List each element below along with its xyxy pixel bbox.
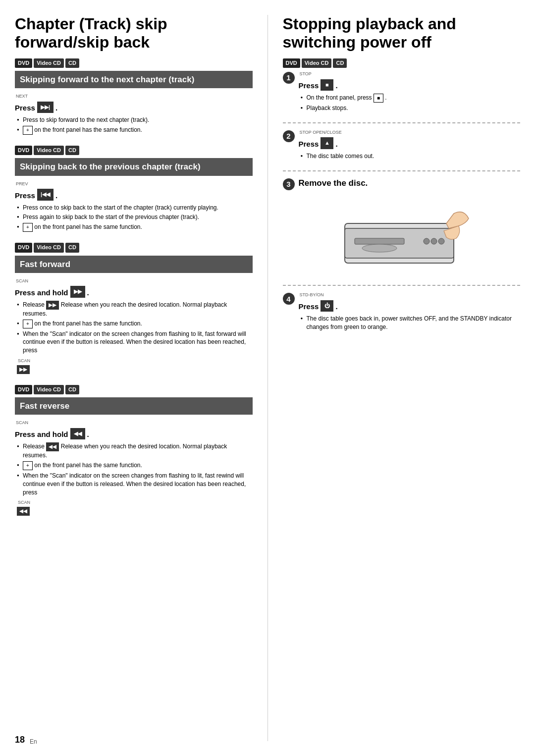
right-title: Stopping playback and switching power of… (283, 15, 521, 52)
front-panel-icon-3: + (23, 320, 33, 328)
svg-point-5 (438, 238, 444, 244)
bullet-fr-1: Release ◀◀ Release when you reach the de… (17, 442, 253, 460)
step-1-row: 1 STOP Press ■ . On the front panel, pre… (283, 71, 521, 115)
page-lang: En (30, 738, 37, 746)
scan-btn-fr-bottom: ◀◀ (17, 507, 30, 516)
divider-3 (283, 285, 521, 286)
scan-icon-ff: ▶▶ (46, 301, 59, 310)
badge-cd-3: CD (65, 243, 79, 252)
press-next-label: Press ▶▶| . (15, 102, 253, 113)
step-4-bullets: The disc table goes back in, power switc… (299, 315, 521, 331)
badge-cd-4: CD (65, 385, 79, 394)
stop-button-icon: ■ (321, 79, 333, 91)
step-2-bullets: The disc table comes out. (299, 152, 521, 161)
section-fast-forward: DVD Video CD CD Fast forward SCAN Press … (15, 243, 253, 374)
bullet-skip-back-1: Press once to skip back to the start of … (17, 204, 253, 212)
skip-forward-bullets: Press to skip forward to the next chapte… (15, 116, 253, 135)
scan-fr-label: SCAN (16, 420, 253, 426)
right-column: Stopping playback and switching power of… (268, 15, 521, 741)
fr-button-icon: ◀◀ (70, 428, 85, 439)
badge-videocd-2: Video CD (34, 146, 64, 155)
svg-rect-2 (355, 238, 404, 244)
bullet-fr-3: When the "Scan" indicator on the screen … (17, 472, 253, 496)
skip-back-bullets: Press once to skip back to the start of … (15, 204, 253, 232)
badge-dvd-4: DVD (15, 385, 32, 394)
left-title: Chapter (Track) skip forward/skip back (15, 15, 253, 52)
badge-cd-2: CD (65, 146, 79, 155)
step-1-content: STOP Press ■ . On the front panel, press… (299, 71, 521, 115)
press-hold-ff-label: Press and hold ▶▶ . (15, 286, 253, 297)
step2-bullet-1: The disc table comes out. (301, 152, 521, 161)
badge-row-1: DVD Video CD CD (15, 58, 253, 68)
badge-row-4: DVD Video CD CD (15, 385, 253, 394)
scan-bottom-label-fr: SCAN (18, 499, 253, 506)
section-skip-forward: DVD Video CD CD Skipping forward to the … (15, 58, 253, 135)
press-prev-label: Press |◀◀ . (15, 189, 253, 200)
prev-button-icon: |◀◀ (37, 189, 54, 200)
power-button-icon: ⏻ (321, 300, 333, 312)
press-hold-fr-label: Press and hold ◀◀ . (15, 428, 253, 439)
ff-button-icon: ▶▶ (70, 286, 85, 297)
step-3-content: Remove the disc. (299, 177, 521, 278)
press-power-label: Press ⏻ . (299, 300, 521, 312)
badge-videocd-1: Video CD (34, 58, 64, 68)
step4-bullet-1: The disc table goes back in, power switc… (301, 315, 521, 331)
front-panel-icon-2: + (23, 223, 33, 232)
section-header-fast-forward: Fast forward (15, 256, 253, 273)
section-skip-back: DVD Video CD CD Skipping back to the pre… (15, 146, 253, 232)
badge-dvd-2: DVD (15, 146, 32, 155)
step-2-content: STOP OPEN/CLOSE Press ▲ . The disc table… (299, 129, 521, 163)
step-2-num: 2 (283, 130, 295, 142)
open-close-label: STOP OPEN/CLOSE (300, 129, 521, 136)
stdby-label: STD-BY/ON (300, 292, 521, 298)
bullet-skip-back-2: Press again to skip back to the start of… (17, 213, 253, 221)
section-fast-reverse: DVD Video CD CD Fast reverse SCAN Press … (15, 385, 253, 516)
scan-icon-fr: ◀◀ (46, 442, 59, 451)
open-button-icon: ▲ (321, 137, 333, 149)
bullet-1: Press to skip forward to the next chapte… (17, 116, 253, 124)
badge-cd-1: CD (65, 58, 79, 68)
step-3-row: 3 Remove the disc. (283, 177, 521, 278)
badge-dvd-r: DVD (283, 58, 300, 68)
remove-disc-label: Remove the disc. (299, 177, 521, 189)
prev-label: PREV (16, 181, 253, 187)
badge-dvd-3: DVD (15, 243, 32, 252)
badge-row-3: DVD Video CD CD (15, 243, 253, 252)
stop-label: STOP (300, 71, 521, 77)
fast-reverse-bullets: Release ◀◀ Release when you reach the de… (15, 442, 253, 496)
badge-cd-r: CD (333, 58, 347, 68)
left-column: Chapter (Track) skip forward/skip back D… (15, 15, 253, 741)
bullet-ff-3: When the "Scan" indicator on the screen … (17, 330, 253, 355)
press-open-label: Press ▲ . (299, 137, 521, 149)
section-header-skip-back: Skipping back to the previous chapter (t… (15, 158, 253, 175)
step-1-num: 1 (283, 72, 295, 84)
page-number: 18 (15, 734, 25, 746)
section-header-fast-reverse: Fast reverse (15, 397, 253, 415)
step-4-content: STD-BY/ON Press ⏻ . The disc table goes … (299, 292, 521, 334)
section-header-skip-forward: Skipping forward to the next chapter (tr… (15, 71, 253, 88)
fast-forward-bullets: Release ▶▶ Release when you reach the de… (15, 301, 253, 355)
bullet-skip-back-3: + on the front panel has the same functi… (17, 223, 253, 232)
badge-videocd-r: Video CD (302, 58, 332, 68)
badge-dvd-1: DVD (15, 58, 32, 68)
divider-2 (283, 170, 521, 171)
badge-videocd-4: Video CD (34, 385, 64, 394)
bullet-ff-1: Release ▶▶ Release when you reach the de… (17, 301, 253, 318)
press-stop-label: Press ■ . (299, 79, 521, 91)
svg-point-3 (424, 238, 429, 244)
bullet-fr-2: + on the front panel has the same functi… (17, 461, 253, 470)
step-3-num: 3 (283, 178, 295, 190)
scan-bottom-label-ff: SCAN (18, 358, 253, 364)
divider-1 (283, 122, 521, 123)
step1-bullet-2: Playback stops. (301, 104, 521, 112)
step1-bullet-1: On the front panel, press ■ . (301, 94, 521, 103)
badge-videocd-3: Video CD (34, 243, 64, 252)
front-panel-icon-1: + (23, 126, 33, 135)
front-panel-stop-icon: ■ (374, 94, 383, 103)
step-2-row: 2 STOP OPEN/CLOSE Press ▲ . The disc tab… (283, 129, 521, 163)
front-panel-icon-4: + (23, 461, 33, 470)
scan-btn-ff-bottom: ▶▶ (17, 365, 30, 374)
step-4-num: 4 (283, 293, 295, 305)
scan-ff-label: SCAN (16, 278, 253, 284)
svg-point-4 (431, 238, 437, 244)
